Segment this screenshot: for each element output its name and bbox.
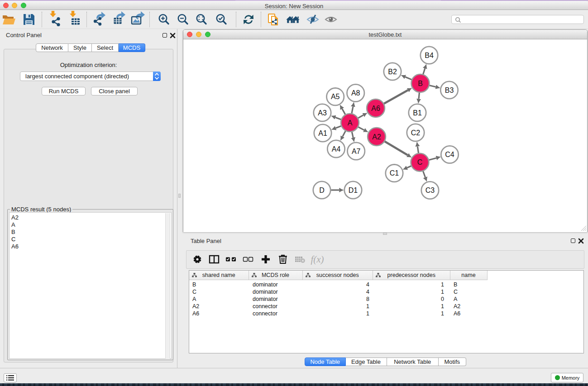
svg-text:C2: C2 (411, 129, 421, 137)
svg-text:C1: C1 (390, 169, 399, 177)
svg-text:B3: B3 (445, 86, 454, 94)
svg-text:D: D (319, 186, 325, 194)
svg-text:A3: A3 (318, 109, 327, 117)
svg-text:A4: A4 (332, 145, 341, 153)
svg-text:B2: B2 (388, 68, 397, 76)
svg-text:C: C (417, 158, 423, 166)
svg-text:A2: A2 (372, 133, 381, 141)
svg-text:C4: C4 (445, 151, 454, 158)
svg-text:f(x): f(x) (311, 254, 324, 265)
svg-text:A: A (348, 119, 353, 127)
svg-text:B1: B1 (413, 109, 422, 117)
svg-text:A8: A8 (351, 89, 360, 97)
svg-text:A7: A7 (352, 148, 361, 155)
svg-text:D1: D1 (349, 186, 358, 194)
svg-text:C3: C3 (425, 186, 435, 194)
svg-text:A1: A1 (318, 129, 327, 137)
svg-text:B: B (418, 80, 423, 87)
svg-text:B4: B4 (425, 52, 434, 59)
svg-text:A5: A5 (331, 93, 340, 100)
svg-text:A6: A6 (371, 105, 380, 112)
